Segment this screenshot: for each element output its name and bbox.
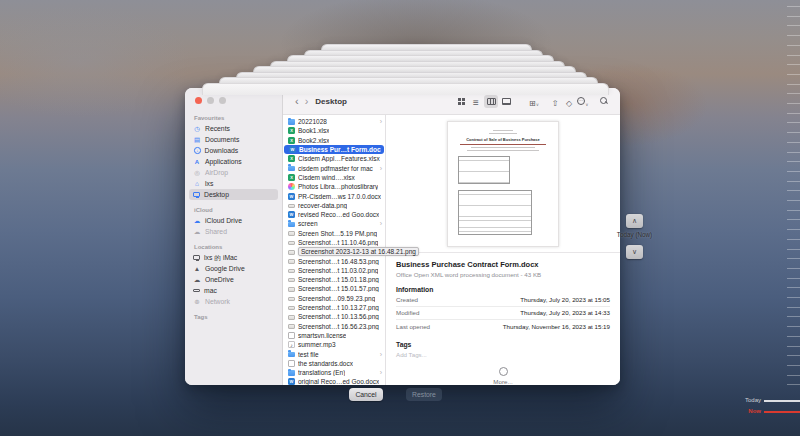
timeline-tick[interactable]: [787, 84, 800, 85]
timeline-tick[interactable]: [787, 297, 800, 298]
file-row[interactable]: Screenshot…t 15.01.18.png: [283, 275, 385, 284]
timeline-tick[interactable]: [787, 375, 800, 376]
file-row[interactable]: Screenshot…t 16.56.23.png: [283, 322, 385, 331]
timeline-tick[interactable]: [787, 171, 800, 172]
timeline-tick[interactable]: [787, 74, 800, 75]
timeline-tick[interactable]: [787, 93, 800, 94]
file-row[interactable]: Screenshot…t 10.13.27.png: [283, 303, 385, 312]
sidebar-item-applications[interactable]: AApplications: [189, 156, 278, 167]
file-row[interactable]: XBook1.xlsx: [283, 126, 385, 135]
more-button[interactable]: More...: [396, 367, 610, 385]
file-row[interactable]: cisdem pdfmaster for mac›: [283, 163, 385, 172]
sidebar-item-network[interactable]: ⊕Network: [189, 296, 278, 307]
file-row[interactable]: screen›: [283, 219, 385, 228]
file-row[interactable]: WBusiness Pur…t Form.docx: [284, 145, 384, 154]
timeline-now-line[interactable]: [764, 411, 800, 413]
file-row[interactable]: Screenshot…09.59.23.png: [283, 294, 385, 303]
share-button[interactable]: [548, 95, 562, 108]
snapshot-back-button[interactable]: ∨: [626, 245, 643, 259]
timeline-tick[interactable]: [787, 278, 800, 279]
cancel-button[interactable]: Cancel: [349, 388, 383, 401]
file-row[interactable]: Screenshot…t 11.10.46.png: [283, 238, 385, 247]
file-row[interactable]: 20221028›: [283, 117, 385, 126]
file-row[interactable]: WPR-Cisdem…ws 17.0.0.docx: [283, 191, 385, 200]
timeline-tick[interactable]: [787, 210, 800, 211]
gallery-view-button[interactable]: [499, 95, 513, 108]
file-row[interactable]: Screenshot…t 10.13.56.png: [283, 312, 385, 321]
timeline-tick[interactable]: [787, 249, 800, 250]
tags-button[interactable]: [562, 95, 576, 108]
timeline-tick[interactable]: [787, 152, 800, 153]
timeline-tick[interactable]: [787, 25, 800, 26]
timeline-tick[interactable]: [787, 113, 800, 114]
timeline-tick[interactable]: [787, 346, 800, 347]
sidebar-item-mac[interactable]: mac: [189, 285, 278, 296]
file-row[interactable]: Screenshot…t 16.48.53.png: [283, 256, 385, 265]
timeline-tick[interactable]: [787, 45, 800, 46]
timeline-tick[interactable]: [787, 287, 800, 288]
document-thumbnail[interactable]: Contract of Sale of Business Purchase: [447, 121, 559, 247]
sidebar-item-recents[interactable]: ◷Recents: [189, 123, 278, 134]
timeline-tick[interactable]: [787, 336, 800, 337]
timeline-tick[interactable]: [787, 239, 800, 240]
timeline-tick[interactable]: [787, 355, 800, 356]
file-row[interactable]: Screenshot…t 15.01.57.png: [283, 284, 385, 293]
timeline-tick[interactable]: [787, 103, 800, 104]
timeline-tick[interactable]: [787, 181, 800, 182]
sidebar-item-lxs[interactable]: ⌂lxs: [189, 178, 278, 189]
timeline-tick[interactable]: [787, 384, 800, 385]
timeline-tick[interactable]: [787, 190, 800, 191]
file-row[interactable]: smartsvn.license: [283, 331, 385, 340]
back-button[interactable]: ‹: [292, 96, 302, 107]
sidebar-item-airdrop[interactable]: ◎AirDrop: [189, 167, 278, 178]
timeline-tick[interactable]: [787, 219, 800, 220]
file-row[interactable]: Screen Shot…5.19 PM.png: [283, 229, 385, 238]
file-row[interactable]: ♪summer.mp3: [283, 340, 385, 349]
sidebar-item-google-drive[interactable]: ▲Google Drive: [189, 263, 278, 274]
list-view-button[interactable]: [469, 95, 483, 108]
sidebar-item-shared[interactable]: ☁Shared: [189, 226, 278, 237]
timeline-tick[interactable]: [787, 142, 800, 143]
group-button[interactable]: [527, 95, 541, 108]
file-row[interactable]: XCisdem Appl…Features.xlsx: [283, 154, 385, 163]
timeline-tick[interactable]: [787, 6, 800, 7]
timeline-tick[interactable]: [787, 229, 800, 230]
sidebar-item-documents[interactable]: ▤Documents: [189, 134, 278, 145]
timeline-tick[interactable]: [787, 258, 800, 259]
snapshot-forward-button[interactable]: ∧: [626, 214, 643, 228]
timeline-tick[interactable]: [787, 307, 800, 308]
file-row[interactable]: Screenshot 2023-12-13 at 16.48.21.png: [283, 247, 385, 256]
stacked-window[interactable]: [202, 83, 609, 95]
file-row[interactable]: recover-data.png: [283, 201, 385, 210]
file-row[interactable]: Woriginal Reco…ed Goo.docx: [283, 377, 385, 385]
column-view-button[interactable]: [484, 95, 498, 108]
timeline-tick[interactable]: [787, 16, 800, 17]
sidebar-item-onedrive[interactable]: ☁OneDrive: [189, 274, 278, 285]
file-row[interactable]: XCisdem wind….xlsx: [283, 173, 385, 182]
search-button[interactable]: [597, 95, 611, 108]
file-row[interactable]: Wrevised Reco…ed Goo.docx: [283, 210, 385, 219]
timeline-tick[interactable]: [787, 365, 800, 366]
timeline-tick[interactable]: [787, 326, 800, 327]
timeline-tick[interactable]: [787, 122, 800, 123]
file-row[interactable]: the standards.docx: [283, 359, 385, 368]
timeline-today-line[interactable]: [764, 400, 800, 402]
restore-button[interactable]: Restore: [406, 388, 442, 401]
sidebar-item-desktop[interactable]: Desktop: [189, 189, 278, 200]
forward-button[interactable]: ›: [302, 96, 312, 107]
actions-menu-button[interactable]: [576, 95, 590, 108]
file-row[interactable]: Photos Libra…photoslibrary: [283, 182, 385, 191]
close-button[interactable]: [195, 97, 202, 104]
file-row[interactable]: Screenshot…t 11.03.02.png: [283, 266, 385, 275]
file-row[interactable]: translations (En)›: [283, 368, 385, 377]
timeline-tick[interactable]: [787, 200, 800, 201]
sidebar-item-lxs-imac[interactable]: lxs 的 iMac: [189, 252, 278, 263]
sidebar-item-downloads[interactable]: ↓Downloads: [189, 145, 278, 156]
sidebar-item-icloud-drive[interactable]: ☁iCloud Drive: [189, 215, 278, 226]
timeline-tick[interactable]: [787, 316, 800, 317]
timeline-tick[interactable]: [787, 35, 800, 36]
file-row[interactable]: test file›: [283, 349, 385, 358]
timeline-tick[interactable]: [787, 55, 800, 56]
timeline-tick[interactable]: [787, 132, 800, 133]
timeline-tick[interactable]: [787, 64, 800, 65]
